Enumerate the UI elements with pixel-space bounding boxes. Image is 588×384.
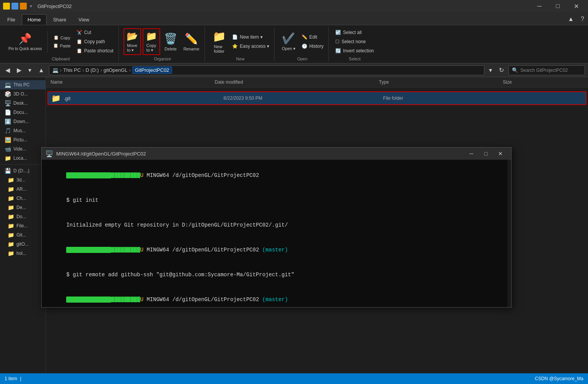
new-folder-icon: 📁 (213, 30, 226, 43)
expand-path-button[interactable]: ▾ (487, 66, 494, 75)
path-gitopengl[interactable]: gitOpenGL (104, 67, 128, 73)
tab-view[interactable]: View (73, 14, 95, 25)
col-size[interactable]: Size (501, 79, 585, 86)
edit-button[interactable]: ✏️ Edit (300, 33, 325, 41)
invert-selection-button[interactable]: 🔄 Invert selection (333, 47, 376, 55)
status-right-text: CSDN @Sycamore_Ma (535, 376, 583, 381)
close-button[interactable]: ✕ (567, 0, 585, 12)
col-name[interactable]: Name (49, 79, 213, 86)
col-date[interactable]: Date modified (213, 79, 378, 86)
copy-path-button[interactable]: 📋 Copy path (75, 37, 115, 46)
terminal-body[interactable]: Chi █████████U MINGW64 /d/gitOpenGL/GitP… (42, 160, 511, 307)
sidebar-item-file[interactable]: 📁 File... (0, 221, 45, 230)
rename-button[interactable]: ✏️ Rename (181, 28, 202, 55)
terminal-scrollbar[interactable] (507, 160, 511, 307)
downloads-icon: ⬇️ (5, 118, 11, 125)
path-this-pc[interactable]: 💻 (52, 67, 58, 73)
up-button[interactable]: ▲ (36, 66, 47, 75)
sidebar-item-music[interactable]: 🎵 Mus... (0, 126, 45, 135)
sidebar-item-downloads[interactable]: ⬇️ Down... (0, 117, 45, 126)
edit-icon: ✏️ (302, 34, 307, 40)
folder-icon-4: 📁 (8, 204, 14, 211)
open-label: Open ▾ (282, 46, 296, 51)
maximize-button[interactable]: □ (549, 0, 567, 12)
term-green-dots-3: █████████ (111, 297, 140, 303)
cut-button[interactable]: ✂️ Cut (75, 28, 115, 37)
term-green-dots-1: █████████ (111, 172, 140, 178)
delete-rename-group: 🗑️ Delete ✏️ Rename (162, 28, 202, 55)
this-pc-label: This PC (13, 82, 30, 87)
delete-button[interactable]: 🗑️ Delete (162, 28, 180, 55)
select-all-label: Select all (343, 30, 362, 35)
terminal-restore-button[interactable]: □ (479, 148, 493, 159)
folder-label-2: AR... (16, 186, 27, 192)
new-folder-button[interactable]: 📁 Newfolder (210, 28, 229, 55)
sidebar-item-pictures[interactable]: 🖼️ Pictu... (0, 135, 45, 144)
documents-label: Docu... (13, 110, 28, 115)
path-sep-1: › (60, 67, 62, 73)
sidebar-item-local[interactable]: 📁 Loca... (0, 154, 45, 163)
terminal-title-bar: 🖥️ MINGW64:/d/gitOpenGL/GitProjectPC02 ─… (42, 147, 511, 160)
git-folder-type: File folder (383, 96, 503, 101)
forward-button[interactable]: ▶ (15, 66, 24, 75)
sidebar-item-git[interactable]: 📁 Git... (0, 230, 45, 240)
address-path[interactable]: 💻 › This PC › D (D:) › gitOpenGL › GitPr… (49, 65, 484, 75)
tab-share[interactable]: Share (47, 14, 72, 25)
search-box[interactable]: 🔍 Search GitProjectPC02 (508, 65, 585, 75)
help-button[interactable]: ? (578, 15, 586, 23)
select-all-button[interactable]: ☑️ Select all (333, 28, 376, 37)
file-item-git[interactable]: 📁 .git 8/22/2023 9:50 PM File folder (47, 91, 586, 105)
collapse-ribbon-button[interactable]: ▲ (565, 15, 576, 23)
copy-button[interactable]: 📋 Copy (51, 34, 73, 41)
sidebar-item-hol[interactable]: 📁 hol... (0, 249, 45, 258)
sidebar-item-desktop[interactable]: 🖥️ Desk... (0, 99, 45, 108)
sidebar-item-3d[interactable]: 🎲 3D O... (0, 89, 45, 99)
sidebar-item-this-pc[interactable]: 💻 This PC (0, 80, 45, 89)
3d-icon: 🎲 (5, 91, 11, 97)
sidebar-item-videos[interactable]: 📹 Vide... (0, 144, 45, 154)
titlebar-icon-orange (20, 3, 27, 10)
col-type[interactable]: Type (377, 79, 501, 86)
videos-label: Vide... (13, 146, 26, 152)
path-this-pc-label[interactable]: This PC (63, 67, 81, 73)
refresh-button[interactable]: ↻ (497, 66, 506, 75)
sidebar-item-ar[interactable]: 📁 AR... (0, 185, 45, 194)
easy-access-button[interactable]: ⭐ Easy access ▾ (230, 42, 271, 50)
clipboard-buttons: 📌 Pin to Quick access 📋 Copy 📋 Paste ✂️ … (6, 28, 115, 55)
terminal-close-button[interactable]: ✕ (494, 148, 507, 159)
sidebar-item-gitopengl[interactable]: 📁 gitO... (0, 240, 45, 249)
minimize-button[interactable]: ─ (531, 0, 548, 12)
sidebar-item-de[interactable]: 📁 De... (0, 203, 45, 212)
paste-shortcut-button[interactable]: 📋 Paste shortcut (75, 47, 115, 55)
pin-label: Pin to Quick access (8, 47, 42, 51)
history-button[interactable]: 🕐 History (300, 42, 325, 50)
term-line-2: Chi █████████U MINGW64 /d/gitOpenGL/GitP… (47, 238, 506, 262)
pin-to-quick-access-button[interactable]: 📌 Pin to Quick access (6, 28, 44, 55)
recent-locations-button[interactable]: ▾ (26, 66, 34, 75)
path-d-drive[interactable]: D (D:) (86, 67, 99, 73)
copy-to-button[interactable]: 📁 Copyto ▾ (143, 28, 160, 55)
terminal-minimize-button[interactable]: ─ (465, 148, 478, 159)
tab-file[interactable]: File (2, 14, 21, 25)
ribbon-tabs: File Home Share View ▲ ? (0, 12, 588, 25)
tab-home[interactable]: Home (22, 14, 47, 25)
sidebar-item-documents[interactable]: 📄 Docu... (0, 108, 45, 117)
sidebar-item-ch[interactable]: 📁 Ch... (0, 194, 45, 203)
easy-access-label: Easy access ▾ (240, 44, 269, 49)
term-line-cmd1: $ git init (47, 188, 506, 212)
path-gitprojectpc02[interactable]: GitProjectPC02 (132, 66, 172, 74)
sidebar-item-3d-sub[interactable]: 📁 3d... (0, 175, 45, 185)
sidebar-item-d-drive[interactable]: 💾 D (D:...) (0, 166, 45, 175)
title-bar: ▾ GitProjectPC02 ─ □ ✕ (0, 0, 588, 12)
select-none-button[interactable]: ☐ Select none (333, 37, 376, 46)
move-to-button[interactable]: 📂 Moveto ▾ (123, 28, 141, 55)
new-item-button[interactable]: 📄 New item ▾ (230, 33, 271, 41)
sidebar-item-do[interactable]: 📁 Do... (0, 212, 45, 221)
open-button[interactable]: ✔️ Open ▾ (279, 28, 298, 55)
pictures-label: Pictu... (13, 137, 28, 143)
back-button[interactable]: ◀ (3, 66, 12, 75)
folder-label-5: Do... (16, 214, 26, 219)
paste-button[interactable]: 📋 Paste (51, 42, 73, 49)
search-placeholder: Search GitProjectPC02 (520, 68, 568, 73)
edit-label: Edit (309, 34, 317, 40)
